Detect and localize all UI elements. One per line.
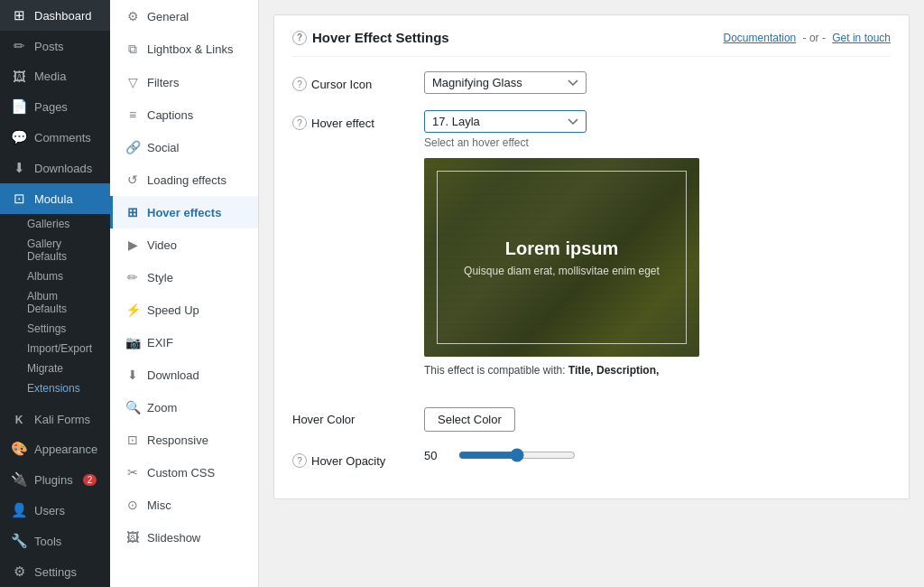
- hover-effect-settings-panel: ? Hover Effect Settings Documentation - …: [273, 14, 910, 499]
- opacity-value: 50: [424, 449, 449, 462]
- sidebar-item-dashboard[interactable]: ⊞ Dashboard: [0, 0, 110, 31]
- modula-menu-hover-effects[interactable]: ⊞ Hover effects: [110, 196, 258, 228]
- plugins-icon: 🔌: [11, 471, 27, 488]
- modula-menu-social[interactable]: 🔗 Social: [110, 131, 258, 163]
- modula-menu-captions[interactable]: ≡ Captions: [110, 98, 258, 131]
- sidebar-item-kali-forms[interactable]: K Kali Forms: [0, 405, 110, 433]
- modula-icon: ⊡: [11, 191, 27, 207]
- sidebar-item-media[interactable]: 🖼 Media: [0, 61, 110, 91]
- media-icon: 🖼: [11, 69, 27, 84]
- select-color-button[interactable]: Select Color: [424, 407, 515, 432]
- cursor-icon-label: ? Cursor Icon: [292, 71, 410, 91]
- sidebar-item-comments[interactable]: 💬 Comments: [0, 122, 110, 153]
- modula-menu-custom-css[interactable]: ✂ Custom CSS: [110, 456, 258, 489]
- cursor-icon-field: ? Cursor Icon Magnifying Glass Default P…: [292, 71, 891, 94]
- loading-effects-icon: ↺: [125, 172, 140, 187]
- sidebar-sub-settings[interactable]: Settings: [0, 319, 110, 339]
- posts-icon: ✏: [11, 38, 27, 54]
- downloads-icon: ⬇: [11, 160, 27, 176]
- modula-menu-zoom[interactable]: 🔍 Zoom: [110, 391, 258, 424]
- documentation-link[interactable]: Documentation: [724, 32, 797, 44]
- sidebar-item-downloads[interactable]: ⬇ Downloads: [0, 153, 110, 183]
- modula-menu-speed-up[interactable]: ⚡ Speed Up: [110, 294, 258, 326]
- settings-icon: ⚙: [11, 564, 27, 580]
- modula-menu-filters[interactable]: ▽ Filters: [110, 66, 258, 98]
- filters-icon: ▽: [125, 75, 140, 89]
- panel-header: ? Hover Effect Settings Documentation - …: [292, 30, 891, 57]
- sidebar-item-tools[interactable]: 🔧 Tools: [0, 526, 110, 556]
- download-icon: ⬇: [125, 368, 140, 382]
- appearance-icon: 🎨: [11, 441, 27, 457]
- custom-css-icon: ✂: [125, 465, 140, 480]
- speed-up-icon: ⚡: [125, 303, 140, 317]
- hover-color-field: Hover Color Select Color: [292, 407, 891, 432]
- modula-menu-misc[interactable]: ⊙ Misc: [110, 489, 258, 521]
- contact-link[interactable]: Get in touch: [832, 32, 891, 44]
- sidebar-item-users[interactable]: 👤 Users: [0, 495, 110, 526]
- sidebar-item-pages[interactable]: 📄 Pages: [0, 91, 110, 122]
- preview-subtitle: Quisque diam erat, mollisvitae enim eget: [464, 265, 660, 277]
- hover-effect-label: ? Hover effect: [292, 110, 410, 130]
- sidebar-sub-migrate[interactable]: Migrate: [0, 359, 110, 378]
- wp-sidebar: ⊞ Dashboard ✏ Posts 🖼 Media 📄 Pages 💬 Co…: [0, 0, 110, 587]
- tools-icon: 🔧: [11, 533, 27, 549]
- sidebar-item-modula[interactable]: ⊡ Modula: [0, 183, 110, 214]
- modula-menu-exif[interactable]: 📷 EXIF: [110, 326, 258, 359]
- sidebar-sub-extensions[interactable]: Extensions: [0, 378, 110, 398]
- sidebar-item-settings[interactable]: ⚙ Settings: [0, 556, 110, 587]
- modula-menu-general[interactable]: ⚙ General: [110, 0, 258, 33]
- modula-menu-download[interactable]: ⬇ Download: [110, 359, 258, 391]
- lightbox-icon: ⧉: [125, 42, 140, 57]
- modula-sidebar: ⚙ General ⧉ Lightbox & Links ▽ Filters ≡…: [110, 0, 259, 587]
- sidebar-item-plugins[interactable]: 🔌 Plugins 2: [0, 464, 110, 495]
- responsive-icon: ⊡: [125, 433, 140, 447]
- sidebar-sub-gallery-defaults[interactable]: Gallery Defaults: [0, 234, 110, 266]
- modula-menu-responsive[interactable]: ⊡ Responsive: [110, 424, 258, 456]
- slideshow-icon: 🖼: [125, 530, 140, 545]
- main-content: ? Hover Effect Settings Documentation - …: [259, 0, 924, 587]
- hover-opacity-field: ? Hover Opacity 50: [292, 448, 891, 468]
- kali-forms-icon: K: [11, 414, 27, 426]
- dashboard-icon: ⊞: [11, 7, 27, 23]
- hover-effects-icon: ⊞: [125, 205, 140, 219]
- sidebar-sub-galleries[interactable]: Galleries: [0, 214, 110, 234]
- hover-effect-help-text: Select an hover effect: [424, 136, 891, 149]
- users-icon: 👤: [11, 502, 27, 518]
- hover-opacity-control: 50: [424, 448, 891, 462]
- panel-help-icon[interactable]: ?: [292, 31, 307, 45]
- style-icon: ✏: [125, 270, 140, 284]
- cursor-icon-help[interactable]: ?: [292, 77, 307, 91]
- modula-menu-style[interactable]: ✏ Style: [110, 261, 258, 294]
- preview-title: Lorem ipsum: [505, 238, 619, 259]
- modula-menu-lightbox[interactable]: ⧉ Lightbox & Links: [110, 33, 258, 66]
- sidebar-item-posts[interactable]: ✏ Posts: [0, 31, 110, 61]
- sidebar-sub-import-export[interactable]: Import/Export: [0, 339, 110, 359]
- cursor-icon-control: Magnifying Glass Default Pointer Zoom In…: [424, 71, 891, 94]
- preview-text: Lorem ipsum Quisque diam erat, mollisvit…: [424, 158, 699, 357]
- modula-menu-video[interactable]: ▶ Video: [110, 228, 258, 261]
- hover-opacity-help[interactable]: ?: [292, 453, 307, 468]
- misc-icon: ⊙: [125, 498, 140, 512]
- sidebar-item-appearance[interactable]: 🎨 Appearance: [0, 433, 110, 464]
- hover-effect-help[interactable]: ?: [292, 116, 307, 130]
- cursor-icon-select[interactable]: Magnifying Glass Default Pointer Zoom In…: [424, 71, 587, 94]
- social-icon: 🔗: [125, 140, 140, 154]
- zoom-icon: 🔍: [125, 400, 140, 415]
- panel-links: Documentation - or - Get in touch: [724, 32, 891, 44]
- sidebar-sub-album-defaults[interactable]: Album Defaults: [0, 286, 110, 319]
- hover-color-label: Hover Color: [292, 407, 410, 426]
- pages-icon: 📄: [11, 98, 27, 115]
- hover-effect-field: ? Hover effect 17. Layla 1. Default 2. F…: [292, 110, 891, 391]
- compatible-text: This effect is compatible with: Title, D…: [424, 364, 891, 377]
- opacity-slider[interactable]: [458, 448, 576, 462]
- panel-title: ? Hover Effect Settings: [292, 30, 449, 45]
- exif-icon: 📷: [125, 335, 140, 349]
- hover-effect-select[interactable]: 17. Layla 1. Default 2. Fade 3. Flash: [424, 110, 587, 133]
- sidebar-sub-albums[interactable]: Albums: [0, 266, 110, 286]
- comments-icon: 💬: [11, 129, 27, 145]
- hover-effect-control: 17. Layla 1. Default 2. Fade 3. Flash Se…: [424, 110, 891, 391]
- modula-menu-slideshow[interactable]: 🖼 Slideshow: [110, 521, 258, 554]
- hover-color-control: Select Color: [424, 407, 891, 432]
- compatible-items: Title, Description,: [568, 364, 659, 377]
- modula-menu-loading-effects[interactable]: ↺ Loading effects: [110, 163, 258, 196]
